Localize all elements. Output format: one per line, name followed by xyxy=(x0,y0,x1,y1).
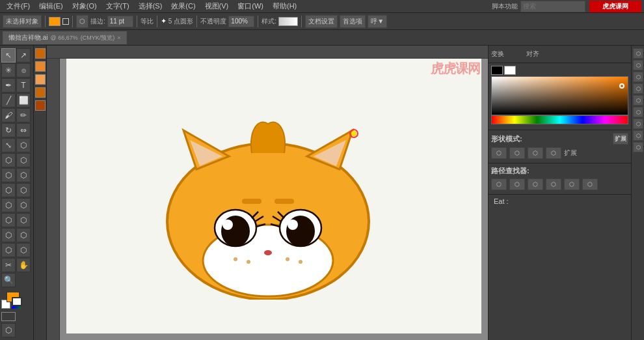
panel-icon-9[interactable]: ⬡ xyxy=(633,142,643,152)
slice-tool[interactable]: ⬡ xyxy=(1,243,16,257)
swatch-2[interactable] xyxy=(35,61,46,72)
shear-tool[interactable]: ⬡ xyxy=(16,138,31,152)
rect-tool[interactable]: ⬜ xyxy=(16,93,31,107)
swatch-3[interactable] xyxy=(35,74,46,85)
gradient-tool[interactable]: ⬡ xyxy=(1,198,16,212)
sep4 xyxy=(157,16,157,27)
panel-icon-8[interactable]: ⬡ xyxy=(633,130,643,141)
star-icon: ✦ xyxy=(161,17,167,25)
line-tool[interactable]: ╱ xyxy=(1,93,16,107)
path-finder-btn-4[interactable]: ⬡ xyxy=(546,178,561,190)
menu-effect[interactable]: 效果(C) xyxy=(167,0,199,12)
menu-window[interactable]: 窗口(W) xyxy=(234,0,267,12)
blend-tool[interactable]: ⬡ xyxy=(1,213,16,227)
panel-icon-1[interactable]: ⬡ xyxy=(633,48,643,59)
main-area: ↖ ↗ ✳ ⌾ ✒ T ╱ ⬜ 🖌 ✏ ↻ ⇔ ⤡ ⬡ ⬡ ⬡ xyxy=(0,46,644,340)
shape-mode-btn-1[interactable]: ⬡ xyxy=(491,147,507,159)
stroke-color[interactable] xyxy=(62,18,69,25)
scissors-tool[interactable]: ✂ xyxy=(1,258,16,272)
tab-close-btn[interactable]: × xyxy=(117,35,120,41)
column-graph-tool[interactable]: ⬡ xyxy=(1,228,16,242)
preferences-btn[interactable]: 首选项 xyxy=(340,15,366,28)
path-finder-btn-5[interactable]: ⬡ xyxy=(564,178,580,190)
panel-icon-5[interactable]: ⬡ xyxy=(633,95,643,106)
panel-icon-4[interactable]: ⬡ xyxy=(633,83,643,94)
right-panel: 变换 对齐 形状模式: 扩展 ⬡ ⬡ ⬡ xyxy=(488,46,631,340)
tab-bar: 懒拙吉祥物.ai @ 66,67% (CMYK/预览) × xyxy=(0,30,644,46)
fill-color[interactable] xyxy=(49,17,60,26)
text-tool[interactable]: T xyxy=(16,78,31,92)
zoom-tool[interactable]: 🔍 xyxy=(1,273,16,287)
swatch-1[interactable] xyxy=(35,48,46,59)
shape-builder-tool[interactable]: ⬡ xyxy=(1,168,16,182)
menu-edit[interactable]: 编辑(E) xyxy=(35,0,67,12)
color-cursor xyxy=(619,83,624,89)
magic-wand-tool[interactable]: ✳ xyxy=(1,63,16,78)
ruler-top xyxy=(47,46,488,59)
symbol-sprayer-tool[interactable]: ⬡ xyxy=(16,213,31,227)
doc-settings-btn[interactable]: 文档设置 xyxy=(305,15,338,28)
screen-mode-btn[interactable]: ⬡ xyxy=(1,323,16,337)
sep2 xyxy=(72,16,73,27)
svg-point-23 xyxy=(234,257,237,261)
svg-point-25 xyxy=(286,257,289,261)
panel-icon-3[interactable]: ⬡ xyxy=(633,72,643,82)
path-finder-btn-6[interactable]: ⬡ xyxy=(582,178,598,190)
stroke-box[interactable] xyxy=(12,297,22,306)
path-finder-btn-3[interactable]: ⬡ xyxy=(528,178,543,190)
shape-mode-btn-4[interactable]: ⬡ xyxy=(546,147,561,159)
menu-view[interactable]: 视图(V) xyxy=(201,0,233,12)
color-gradient-bar[interactable] xyxy=(491,115,628,124)
path-finder-btn-1[interactable]: ⬡ xyxy=(491,178,507,190)
rotate-tool[interactable]: ↻ xyxy=(1,123,16,137)
select-tool[interactable]: ↖ xyxy=(1,48,16,63)
canvas-bg xyxy=(66,59,481,333)
panel-icon-6[interactable]: ⬡ xyxy=(633,107,643,117)
pencil-tool[interactable]: ✏ xyxy=(16,108,31,122)
sep5 xyxy=(196,16,197,27)
eraser-tool[interactable]: ⬡ xyxy=(16,243,31,257)
stroke-size-input[interactable] xyxy=(107,16,133,27)
panel-icon-2[interactable]: ⬡ xyxy=(633,60,643,70)
script-search[interactable] xyxy=(520,1,585,12)
swatch-4[interactable] xyxy=(35,87,46,98)
hand-tool[interactable]: ✋ xyxy=(16,258,31,272)
perspective-tool[interactable]: ⬡ xyxy=(1,183,16,197)
menu-object[interactable]: 对象(O) xyxy=(68,0,101,12)
shape-mode-btn-3[interactable]: ⬡ xyxy=(528,147,543,159)
color-spectrum[interactable] xyxy=(491,76,628,115)
shape-mode-btn-2[interactable]: ⬡ xyxy=(509,147,525,159)
document-tab[interactable]: 懒拙吉祥物.ai @ 66,67% (CMYK/预览) × xyxy=(3,31,127,44)
expand-btn[interactable]: 扩展 xyxy=(613,133,628,145)
menu-select[interactable]: 选择(S) xyxy=(135,0,167,12)
direct-select-tool[interactable]: ↗ xyxy=(16,48,31,63)
eyedropper-tool[interactable]: ⬡ xyxy=(16,198,31,212)
mesh-tool[interactable]: ⬡ xyxy=(16,183,31,197)
pen-tool[interactable]: ✒ xyxy=(1,78,16,92)
canvas-area[interactable]: 虎虎课网 xyxy=(47,46,488,340)
scale-tool[interactable]: ⤡ xyxy=(1,138,16,152)
fill-black[interactable] xyxy=(491,66,503,75)
paintbrush-tool[interactable]: 🖌 xyxy=(1,108,16,122)
cat-illustration[interactable] xyxy=(151,91,385,313)
menu-help[interactable]: 帮助(H) xyxy=(269,0,301,12)
warp-tool[interactable]: ⬡ xyxy=(1,153,16,167)
draw-mode-btn[interactable] xyxy=(1,312,16,321)
free-transform-tool[interactable]: ⬡ xyxy=(16,153,31,167)
color-panel xyxy=(489,63,631,130)
lasso-tool[interactable]: ⌾ xyxy=(16,63,31,78)
fill-stroke-boxes xyxy=(491,66,628,75)
menu-text[interactable]: 文字(T) xyxy=(102,0,133,12)
path-finder-btn-2[interactable]: ⬡ xyxy=(509,178,525,190)
menu-file[interactable]: 文件(F) xyxy=(3,0,34,12)
fill-white[interactable] xyxy=(504,66,516,75)
live-paint-tool[interactable]: ⬡ xyxy=(16,168,31,182)
swatch-5[interactable] xyxy=(35,100,46,111)
opacity-input[interactable] xyxy=(228,16,254,27)
panel-icon-7[interactable]: ⬡ xyxy=(633,119,643,129)
selection-inner xyxy=(351,131,356,136)
brush-btn[interactable]: ⬡ xyxy=(76,15,88,28)
extra-btn[interactable]: 呼▼ xyxy=(368,15,387,28)
artboard-tool[interactable]: ⬡ xyxy=(16,228,31,242)
mirror-tool[interactable]: ⇔ xyxy=(16,123,31,137)
